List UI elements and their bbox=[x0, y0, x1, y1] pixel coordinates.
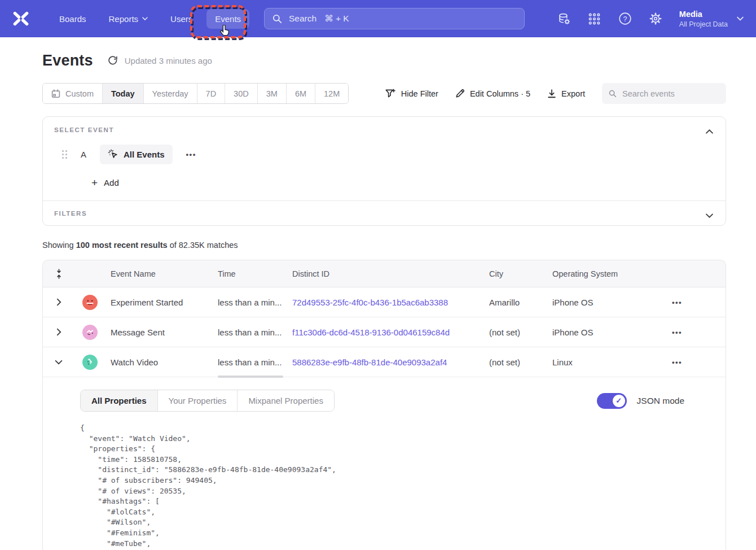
cell-os: iPhone OS bbox=[552, 298, 655, 307]
cell-distinct-id-link[interactable]: f11c30d6-dc6d-4518-9136-0d046159c84d bbox=[292, 328, 489, 337]
date-range-selector: Custom Today Yesterday 7D 30D 3M 6M 12M bbox=[42, 83, 349, 104]
last-updated-text: Updated 3 minutes ago bbox=[125, 56, 212, 66]
nav-item-users[interactable]: Users bbox=[162, 9, 201, 29]
project-switcher[interactable]: Media All Project Data bbox=[679, 9, 744, 29]
date-range-custom[interactable]: Custom bbox=[43, 84, 103, 103]
cell-os: iPhone OS bbox=[552, 328, 655, 337]
horizontal-scrollbar-thumb[interactable] bbox=[218, 376, 283, 378]
column-header-city[interactable]: City bbox=[489, 269, 552, 278]
edit-columns-label: Edit Columns · 5 bbox=[470, 89, 530, 98]
filters-heading: FILTERS bbox=[54, 210, 714, 217]
event-row-letter: A bbox=[81, 150, 86, 159]
chevron-up-icon bbox=[706, 129, 713, 134]
properties-tabs: All Properties Your Properties Mixpanel … bbox=[80, 390, 335, 412]
tab-your-properties[interactable]: Your Properties bbox=[158, 390, 238, 411]
chevron-right-icon bbox=[56, 328, 61, 336]
data-management-icon[interactable] bbox=[557, 12, 571, 25]
chevron-down-icon bbox=[55, 360, 63, 365]
json-mode-label: JSON mode bbox=[637, 396, 684, 406]
nav-item-label: Reports bbox=[109, 14, 139, 24]
primary-nav: Boards Reports Users Events bbox=[51, 9, 249, 29]
cell-time: less than a min... bbox=[218, 298, 292, 307]
table-row[interactable]: Message Sent less than a min... f11c30d6… bbox=[43, 317, 726, 347]
event-selector-chip[interactable]: All Events bbox=[100, 145, 173, 164]
calendar-icon bbox=[51, 89, 60, 98]
cell-distinct-id-link[interactable]: 5886283e-e9fb-48fb-81de-40e9093a2af4 bbox=[292, 357, 489, 367]
nav-item-reports[interactable]: Reports bbox=[100, 9, 157, 29]
hide-filter-button[interactable]: Hide Filter bbox=[385, 89, 438, 98]
cell-time: less than a min... bbox=[218, 328, 292, 337]
event-chip-label: All Events bbox=[124, 150, 165, 159]
chevron-down-icon bbox=[142, 17, 148, 20]
svg-text:?: ? bbox=[623, 15, 627, 23]
page-header: Events Updated 3 minutes ago bbox=[42, 52, 726, 69]
cell-city: (not set) bbox=[489, 328, 552, 337]
hide-filter-label: Hide Filter bbox=[401, 89, 438, 98]
tab-mixpanel-properties[interactable]: Mixpanel Properties bbox=[238, 390, 334, 411]
row-more-options-button[interactable]: ••• bbox=[672, 328, 682, 337]
export-label: Export bbox=[561, 89, 585, 98]
edit-columns-button[interactable]: Edit Columns · 5 bbox=[455, 89, 530, 98]
query-builder-card: SELECT EVENT A bbox=[42, 116, 726, 226]
tab-all-properties[interactable]: All Properties bbox=[81, 390, 158, 411]
search-events-input[interactable] bbox=[622, 89, 719, 98]
drag-handle[interactable] bbox=[62, 150, 67, 159]
export-button[interactable]: Export bbox=[547, 89, 585, 98]
global-search-bar[interactable]: Search ⌘ + K bbox=[264, 8, 525, 29]
event-json-viewer[interactable]: { "event": "Watch Video", "properties": … bbox=[80, 423, 726, 550]
settings-gear-icon[interactable] bbox=[649, 12, 662, 25]
select-event-section: SELECT EVENT A bbox=[43, 117, 726, 200]
date-range-3m[interactable]: 3M bbox=[258, 84, 287, 103]
cell-distinct-id-link[interactable]: 72d49553-25fc-4f0c-b436-1b5ac6ab3388 bbox=[292, 298, 489, 307]
event-avatar bbox=[82, 295, 98, 310]
collapse-section-button[interactable] bbox=[706, 126, 713, 136]
nav-item-events[interactable]: Events bbox=[206, 9, 249, 29]
project-name: Media bbox=[679, 9, 728, 20]
row-more-options-button[interactable]: ••• bbox=[672, 358, 682, 366]
row-more-options-button[interactable]: ••• bbox=[672, 298, 682, 307]
event-detail-panel: All Properties Your Properties Mixpanel … bbox=[43, 377, 726, 550]
date-range-12m[interactable]: 12M bbox=[315, 84, 348, 103]
expand-row-button[interactable] bbox=[43, 298, 74, 306]
cell-time: less than a min... bbox=[218, 357, 292, 367]
column-header-os[interactable]: Operating System bbox=[552, 269, 655, 278]
date-range-7d[interactable]: 7D bbox=[197, 84, 226, 103]
check-icon: ✓ bbox=[616, 396, 622, 405]
date-range-today[interactable]: Today bbox=[103, 84, 144, 103]
project-scope: All Project Data bbox=[679, 20, 728, 29]
column-header-event-name[interactable]: Event Name bbox=[111, 269, 218, 278]
cell-event-name: Watch Video bbox=[111, 357, 218, 367]
date-range-30d[interactable]: 30D bbox=[225, 84, 258, 103]
help-icon[interactable]: ? bbox=[618, 12, 632, 25]
mixpanel-logo-icon[interactable] bbox=[12, 11, 29, 26]
top-navbar: Boards Reports Users Events Search ⌘ + K bbox=[0, 0, 756, 37]
nav-item-label: Boards bbox=[59, 14, 86, 24]
search-events-field[interactable] bbox=[602, 83, 726, 104]
add-event-button[interactable]: + Add bbox=[91, 178, 714, 187]
event-avatar bbox=[82, 355, 98, 370]
table-header-row: Event Name Time Distinct ID City Operati… bbox=[43, 260, 726, 287]
toggle-knob: ✓ bbox=[613, 395, 625, 407]
toolbar: Custom Today Yesterday 7D 30D 3M 6M 12M … bbox=[42, 83, 726, 104]
date-range-6m[interactable]: 6M bbox=[287, 84, 315, 103]
collapse-row-button[interactable] bbox=[43, 360, 74, 365]
expand-row-button[interactable] bbox=[43, 328, 74, 336]
chevron-down-icon bbox=[706, 213, 713, 218]
json-mode-toggle[interactable]: ✓ bbox=[597, 393, 627, 409]
column-header-time[interactable]: Time bbox=[218, 269, 292, 278]
refresh-button[interactable] bbox=[108, 56, 118, 66]
column-header-distinct-id[interactable]: Distinct ID bbox=[292, 269, 489, 278]
collapse-all-rows-button[interactable] bbox=[43, 269, 74, 279]
chevron-down-icon bbox=[737, 16, 744, 21]
nav-item-boards[interactable]: Boards bbox=[51, 9, 95, 29]
date-range-label: 3M bbox=[266, 89, 278, 98]
table-row[interactable]: Experiment Started less than a min... 72… bbox=[43, 287, 726, 317]
apps-grid-icon[interactable] bbox=[588, 12, 601, 25]
date-range-label: 6M bbox=[295, 89, 306, 98]
nav-item-label: Users bbox=[170, 14, 192, 24]
expand-filters-button[interactable] bbox=[706, 210, 713, 220]
event-more-options-button[interactable]: ••• bbox=[186, 150, 196, 159]
date-range-yesterday[interactable]: Yesterday bbox=[144, 84, 197, 103]
table-row-expanded[interactable]: Watch Video less than a min... 5886283e-… bbox=[43, 347, 726, 377]
date-range-label: Today bbox=[111, 89, 135, 98]
